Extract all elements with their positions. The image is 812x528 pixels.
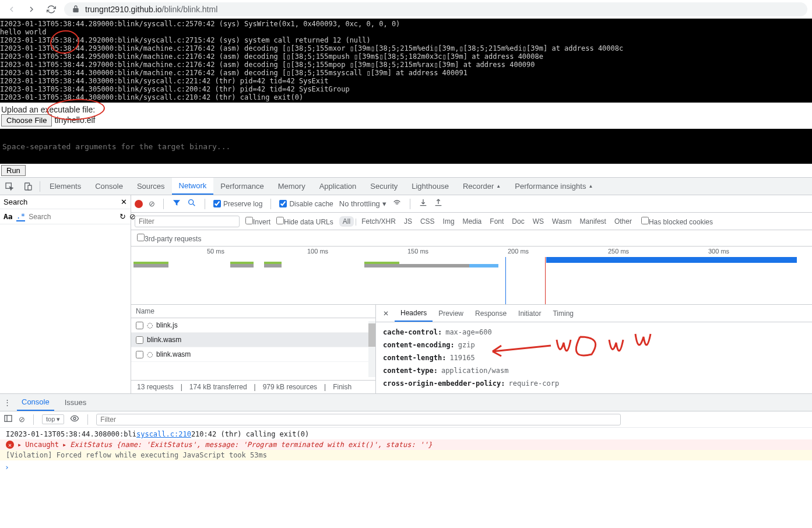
import-har-icon[interactable] (419, 198, 428, 209)
type-filter-doc[interactable]: Doc (508, 216, 528, 227)
device-toggle-icon[interactable] (19, 182, 37, 191)
response-header-row: cache-control:max-age=600 (383, 326, 805, 339)
reload-button[interactable] (44, 2, 58, 16)
type-filter-css[interactable]: CSS (417, 216, 438, 227)
hide-data-urls-checkbox[interactable]: Hide data URLs (276, 217, 333, 226)
invert-checkbox[interactable]: Invert (245, 217, 270, 226)
devtools-tab-memory[interactable]: Memory (271, 178, 312, 195)
type-filter-wasm[interactable]: Wasm (549, 216, 575, 227)
refresh-search-icon[interactable]: ↻ (119, 212, 126, 221)
live-expression-icon[interactable] (70, 414, 79, 425)
waterfall-tick: 300 ms (708, 248, 729, 255)
devtools-tab-security[interactable]: Security (363, 178, 405, 195)
headers-tab-response[interactable]: Response (469, 305, 512, 322)
devtools-tab-console[interactable]: Console (88, 178, 130, 195)
request-row[interactable]: ◌blink.js (131, 318, 375, 333)
svg-rect-2 (28, 185, 31, 190)
blocked-cookies-checkbox[interactable]: Has blocked cookies (641, 217, 713, 226)
search-sidebar: Search ✕ Aa .* ↻ ⊘ (0, 195, 131, 393)
waterfall-overview[interactable]: 50 ms100 ms150 ms200 ms250 ms300 ms (131, 247, 812, 305)
back-button[interactable] (5, 2, 19, 16)
waterfall-tick: 250 ms (608, 248, 629, 255)
type-filter-img[interactable]: Img (440, 216, 458, 227)
request-row[interactable]: blink.wasm (131, 333, 375, 347)
waterfall-marker (545, 257, 546, 304)
clear-console-icon[interactable]: ⊘ (19, 415, 25, 424)
context-selector[interactable]: top ▾ (42, 414, 64, 424)
drawer-menu-icon[interactable]: ⋮ (3, 398, 11, 407)
type-filter-manifest[interactable]: Manifest (577, 216, 610, 227)
address-bar[interactable]: trungnt2910.github.io/blink/blink.html (64, 2, 807, 16)
filter-toggle-icon[interactable] (172, 198, 181, 209)
header-value: 119165 (449, 354, 474, 362)
header-value: application/wasm (441, 367, 509, 375)
preserve-log-checkbox[interactable]: Preserve log (213, 200, 262, 208)
match-case-toggle[interactable]: Aa (3, 212, 13, 221)
search-network-icon[interactable] (187, 198, 196, 209)
third-party-checkbox[interactable]: 3rd-party requests (137, 234, 201, 243)
disable-cache-checkbox[interactable]: Disable cache (279, 200, 333, 208)
waterfall-bar (230, 264, 254, 267)
waterfall-tick: 150 ms (407, 248, 428, 255)
devtools-tab-recorder[interactable]: Recorder▲ (456, 178, 508, 195)
header-value: gzip (458, 341, 475, 349)
drawer-tab-issues[interactable]: Issues (60, 394, 92, 411)
type-filters: All|Fetch/XHRJSCSSImgMediaFontDocWSWasmM… (339, 216, 635, 227)
request-checkbox[interactable] (136, 351, 143, 358)
waterfall-tick: 50 ms (207, 248, 224, 255)
type-filter-font[interactable]: Font (486, 216, 507, 227)
waterfall-tick: 200 ms (508, 248, 529, 255)
close-details-icon[interactable]: ✕ (379, 309, 392, 318)
waterfall-bar (133, 264, 168, 267)
throttling-select[interactable]: No throttling ▾ (339, 199, 386, 208)
upload-label: Upload an executable file: (1, 105, 811, 114)
terminal-output: I2023-01-13T05:38:44.289000:blink/syscal… (0, 19, 812, 103)
console-prompt[interactable]: › (0, 462, 812, 473)
console-sidebar-toggle-icon[interactable] (3, 414, 13, 425)
network-status-bar: 13 requests | 174 kB transferred | 979 k… (131, 380, 375, 393)
record-button[interactable] (135, 200, 143, 208)
filter-input[interactable] (135, 216, 240, 227)
type-filter-all[interactable]: All (339, 216, 354, 227)
name-column-header[interactable]: Name (131, 305, 375, 318)
headers-tab-timing[interactable]: Timing (547, 305, 579, 322)
close-search-icon[interactable]: ✕ (121, 198, 127, 206)
flask-icon: ▲ (588, 184, 593, 189)
clear-network-icon[interactable]: ⊘ (149, 199, 155, 208)
headers-tab-initiator[interactable]: Initiator (512, 305, 547, 322)
network-conditions-icon[interactable] (392, 198, 402, 209)
header-name: cross-origin-embedder-policy: (383, 379, 505, 388)
devtools-tab-lighthouse[interactable]: Lighthouse (405, 178, 456, 195)
choose-file-button[interactable]: Choose File (1, 114, 52, 126)
inspect-element-icon[interactable] (0, 182, 19, 191)
regex-toggle[interactable]: .* (16, 212, 26, 221)
run-button[interactable]: Run (1, 165, 26, 176)
request-row[interactable]: ◌blink.wasm (131, 347, 375, 362)
type-filter-fetch-xhr[interactable]: Fetch/XHR (358, 216, 399, 227)
type-filter-js[interactable]: JS (400, 216, 416, 227)
type-filter-other[interactable]: Other (611, 216, 635, 227)
type-filter-media[interactable]: Media (459, 216, 486, 227)
source-link[interactable]: syscall.c:210 (136, 430, 191, 438)
headers-tab-preview[interactable]: Preview (433, 305, 469, 322)
svg-rect-4 (5, 416, 12, 422)
request-checkbox[interactable] (136, 336, 143, 344)
args-input[interactable] (0, 129, 812, 164)
type-filter-ws[interactable]: WS (529, 216, 547, 227)
export-har-icon[interactable] (434, 198, 443, 209)
headers-tab-headers[interactable]: Headers (395, 305, 433, 322)
request-name: blink.js (156, 321, 178, 329)
devtools-tab-sources[interactable]: Sources (130, 178, 172, 195)
header-name: content-encoding: (383, 341, 455, 349)
devtools-tab-performance-insights[interactable]: Performance insights▲ (508, 178, 600, 195)
devtools-tab-elements[interactable]: Elements (43, 178, 88, 195)
console-filter-input[interactable] (96, 414, 621, 425)
request-checkbox[interactable] (136, 322, 143, 329)
devtools-tab-network[interactable]: Network (172, 178, 214, 195)
devtools-tab-performance[interactable]: Performance (213, 178, 270, 195)
request-scrollbar[interactable] (368, 321, 375, 377)
search-input[interactable] (29, 213, 116, 221)
devtools-tab-application[interactable]: Application (312, 178, 364, 195)
drawer-tab-console[interactable]: Console (17, 394, 54, 411)
forward-button[interactable] (24, 2, 38, 16)
